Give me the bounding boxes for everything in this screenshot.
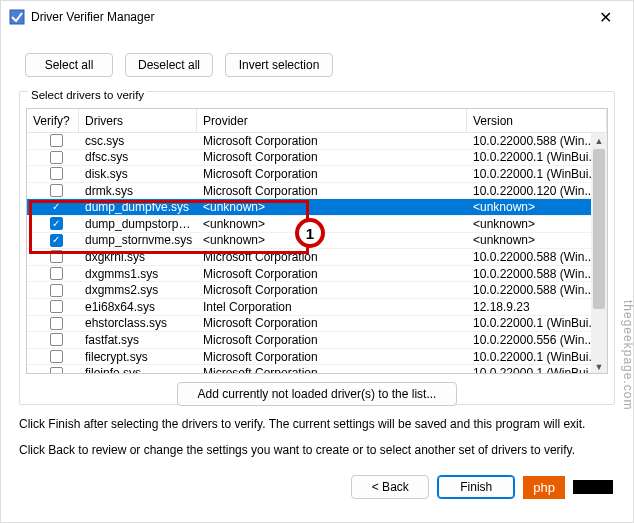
table-row[interactable]: ehstorclass.sysMicrosoft Corporation10.0… xyxy=(27,316,607,333)
cell-provider: Microsoft Corporation xyxy=(197,167,467,181)
table-row[interactable]: csc.sysMicrosoft Corporation10.0.22000.5… xyxy=(27,133,607,150)
cell-driver: fileinfo.sys xyxy=(79,366,197,374)
black-strip xyxy=(573,480,613,494)
verify-checkbox[interactable] xyxy=(50,333,63,346)
verify-checkbox[interactable] xyxy=(50,317,63,330)
cell-driver: ehstorclass.sys xyxy=(79,316,197,330)
scrollbar[interactable]: ▲ ▼ xyxy=(591,133,607,374)
cell-driver: e1i68x64.sys xyxy=(79,300,197,314)
cell-verify xyxy=(27,267,79,280)
table-row[interactable]: dxgkrnl.sysMicrosoft Corporation10.0.220… xyxy=(27,249,607,266)
verify-checkbox[interactable] xyxy=(50,350,63,363)
cell-version: <unknown> xyxy=(467,200,607,214)
scroll-thumb[interactable] xyxy=(593,149,605,309)
cell-provider: Microsoft Corporation xyxy=(197,150,467,164)
col-provider[interactable]: Provider xyxy=(197,109,467,132)
verify-checkbox[interactable] xyxy=(50,367,63,374)
cell-version: 10.0.22000.1 (WinBui... xyxy=(467,366,607,374)
cell-verify xyxy=(27,333,79,346)
table-row[interactable]: disk.sysMicrosoft Corporation10.0.22000.… xyxy=(27,166,607,183)
cell-driver: dxgmms2.sys xyxy=(79,283,197,297)
cell-driver: dxgmms1.sys xyxy=(79,267,197,281)
table-row[interactable]: e1i68x64.sysIntel Corporation12.18.9.23 xyxy=(27,299,607,316)
table-row[interactable]: dfsc.sysMicrosoft Corporation10.0.22000.… xyxy=(27,150,607,167)
table-row[interactable]: dxgmms2.sysMicrosoft Corporation10.0.220… xyxy=(27,282,607,299)
cell-verify xyxy=(27,350,79,363)
cell-verify xyxy=(27,217,79,230)
cell-verify xyxy=(27,184,79,197)
deselect-all-button[interactable]: Deselect all xyxy=(125,53,213,77)
cell-driver: filecrypt.sys xyxy=(79,350,197,364)
drivers-fieldset: Select drivers to verify Verify? Drivers… xyxy=(19,91,615,405)
verify-checkbox[interactable] xyxy=(50,201,63,214)
cell-verify xyxy=(27,234,79,247)
table-row[interactable]: dxgmms1.sysMicrosoft Corporation10.0.220… xyxy=(27,266,607,283)
col-verify[interactable]: Verify? xyxy=(27,109,79,132)
watermark: thegeekpage.com xyxy=(621,300,634,410)
cell-verify xyxy=(27,134,79,147)
cell-driver: fastfat.sys xyxy=(79,333,197,347)
scroll-up-icon[interactable]: ▲ xyxy=(591,133,607,149)
verify-checkbox[interactable] xyxy=(50,134,63,147)
close-button[interactable]: ✕ xyxy=(585,8,625,27)
window-title: Driver Verifier Manager xyxy=(31,10,585,24)
cell-version: 12.18.9.23 xyxy=(467,300,607,314)
table-row[interactable]: fastfat.sysMicrosoft Corporation10.0.220… xyxy=(27,332,607,349)
add-drivers-button[interactable]: Add currently not loaded driver(s) to th… xyxy=(177,382,457,406)
cell-provider: Microsoft Corporation xyxy=(197,366,467,374)
cell-verify xyxy=(27,201,79,214)
verify-checkbox[interactable] xyxy=(50,284,63,297)
cell-verify xyxy=(27,284,79,297)
verify-checkbox[interactable] xyxy=(50,151,63,164)
cell-provider: <unknown> xyxy=(197,217,467,231)
cell-driver: drmk.sys xyxy=(79,184,197,198)
verify-checkbox[interactable] xyxy=(50,267,63,280)
cell-provider: Microsoft Corporation xyxy=(197,250,467,264)
verify-checkbox[interactable] xyxy=(50,167,63,180)
scroll-down-icon[interactable]: ▼ xyxy=(591,359,607,374)
cell-provider: <unknown> xyxy=(197,200,467,214)
cell-version: 10.0.22000.1 (WinBui... xyxy=(467,316,607,330)
cell-driver: dump_dumpfve.sys xyxy=(79,200,197,214)
cell-verify xyxy=(27,167,79,180)
col-version[interactable]: Version xyxy=(467,109,607,132)
titlebar: Driver Verifier Manager ✕ xyxy=(1,1,633,33)
table-row[interactable]: dump_dumpfve.sys<unknown><unknown> xyxy=(27,199,607,216)
window: Driver Verifier Manager ✕ Select all Des… xyxy=(0,0,634,523)
drivers-table: Verify? Drivers Provider Version csc.sys… xyxy=(26,108,608,374)
verify-checkbox[interactable] xyxy=(50,300,63,313)
cell-version: <unknown> xyxy=(467,217,607,231)
app-icon xyxy=(9,9,25,25)
cell-provider: Microsoft Corporation xyxy=(197,283,467,297)
verify-checkbox[interactable] xyxy=(50,250,63,263)
cell-provider: Microsoft Corporation xyxy=(197,333,467,347)
finish-button[interactable]: Finish xyxy=(437,475,515,499)
footer: < Back Finish php xyxy=(19,475,615,499)
verify-checkbox[interactable] xyxy=(50,217,63,230)
table-row[interactable]: filecrypt.sysMicrosoft Corporation10.0.2… xyxy=(27,349,607,366)
cell-version: 10.0.22000.588 (Win... xyxy=(467,283,607,297)
cell-provider: Intel Corporation xyxy=(197,300,467,314)
col-drivers[interactable]: Drivers xyxy=(79,109,197,132)
cell-provider: Microsoft Corporation xyxy=(197,316,467,330)
table-row[interactable]: fileinfo.sysMicrosoft Corporation10.0.22… xyxy=(27,365,607,374)
cell-version: 10.0.22000.1 (WinBui... xyxy=(467,150,607,164)
cell-version: 10.0.22000.588 (Win... xyxy=(467,267,607,281)
invert-selection-button[interactable]: Invert selection xyxy=(225,53,333,77)
verify-checkbox[interactable] xyxy=(50,184,63,197)
cell-driver: csc.sys xyxy=(79,134,197,148)
cell-provider: <unknown> xyxy=(197,233,467,247)
select-all-button[interactable]: Select all xyxy=(25,53,113,77)
cell-driver: dfsc.sys xyxy=(79,150,197,164)
back-button[interactable]: < Back xyxy=(351,475,429,499)
cell-verify xyxy=(27,250,79,263)
cell-provider: Microsoft Corporation xyxy=(197,267,467,281)
fieldset-legend: Select drivers to verify xyxy=(28,89,147,101)
table-row[interactable]: drmk.sysMicrosoft Corporation10.0.22000.… xyxy=(27,183,607,200)
verify-checkbox[interactable] xyxy=(50,234,63,247)
cell-verify xyxy=(27,151,79,164)
info-text-2: Click Back to review or change the setti… xyxy=(19,443,615,457)
table-row[interactable]: dump_dumpstorpor...<unknown><unknown> xyxy=(27,216,607,233)
table-row[interactable]: dump_stornvme.sys<unknown><unknown> xyxy=(27,233,607,250)
cell-verify xyxy=(27,300,79,313)
